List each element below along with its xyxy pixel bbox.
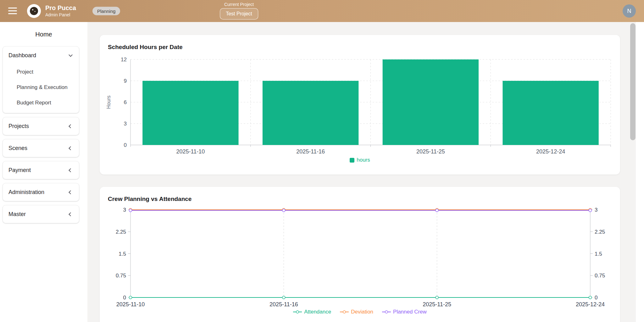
sidebar-item-dashboard[interactable]: Dashboard (3, 47, 79, 64)
chevron-left-icon (69, 190, 73, 194)
x-tick-label: 2025-11-10 (176, 148, 205, 155)
y-tick-label: 3 (124, 121, 127, 127)
scrollbar-thumb[interactable] (630, 23, 636, 140)
line-chart-legend: AttendanceDeviationPlanned Crew (100, 309, 620, 315)
sidebar-item-administration[interactable]: Administration (3, 183, 79, 201)
crew-planning-chart[interactable]: 000.750.751.51.52.252.25332025-11-102025… (100, 205, 620, 309)
sidebar-section-projects: Projects (3, 117, 79, 135)
sidebar-subitem-budget-report[interactable]: Budget Report (3, 95, 79, 110)
sidebar-item-label: Administration (8, 189, 44, 196)
sidebar: Home Dashboard Project Planning & Execut… (0, 22, 87, 322)
app-name: Pro Pucca (45, 4, 76, 12)
x-tick-label: 2025-11-16 (296, 148, 325, 155)
sidebar-home[interactable]: Home (0, 31, 87, 38)
chevron-left-icon (69, 168, 73, 172)
app-subtitle: Admin Panel (45, 12, 76, 17)
x-tick-label: 2025-12-24 (536, 148, 565, 155)
y-tick-label-left: 2.25 (116, 229, 126, 235)
scheduled-hours-chart[interactable]: 036912Hours2025-11-102025-11-162025-11-2… (100, 53, 620, 157)
sidebar-subitem-project[interactable]: Project (3, 64, 79, 80)
x-tick-label: 2025-12-24 (576, 301, 605, 308)
legend-marker (382, 310, 391, 314)
legend-item-Planned Crew[interactable]: Planned Crew (382, 309, 427, 315)
y-tick-label: 0 (124, 142, 127, 148)
user-avatar[interactable]: N (623, 4, 636, 18)
y-tick-label-left: 1.5 (119, 251, 126, 257)
bar-2025-11-16[interactable] (263, 81, 358, 145)
menu-icon[interactable] (8, 8, 18, 14)
legend-label: Planned Crew (393, 309, 427, 315)
y-tick-label-left: 0 (123, 295, 126, 301)
legend-item-Attendance[interactable]: Attendance (293, 309, 331, 315)
series-marker-Attendance[interactable] (436, 296, 438, 299)
legend-item-hours[interactable]: hours (350, 157, 370, 163)
y-tick-label: 6 (124, 99, 127, 105)
x-tick-label: 2025-11-25 (416, 148, 445, 155)
app-title-block: Pro Pucca Admin Panel (45, 4, 76, 17)
crew-planning-title: Crew Planning vs Attendance (100, 187, 620, 203)
series-marker-Planned Crew[interactable] (282, 209, 285, 212)
sidebar-item-label: Projects (8, 123, 29, 130)
legend-label: Attendance (304, 309, 331, 315)
chevron-left-icon (69, 146, 73, 150)
sidebar-item-label: Master (8, 211, 26, 218)
top-header: Pro Pucca Admin Panel Planning Current P… (0, 0, 644, 22)
series-marker-Planned Crew[interactable] (589, 209, 592, 212)
sidebar-section-dashboard: Dashboard Project Planning & Execution B… (3, 46, 79, 113)
sidebar-item-label: Payment (8, 167, 31, 174)
app-logo (27, 4, 41, 18)
legend-label: Deviation (351, 309, 373, 315)
dashboard-submenu: Project Planning & Execution Budget Repo… (3, 64, 79, 113)
bar-2025-11-10[interactable] (142, 81, 238, 145)
sidebar-section-administration: Administration (3, 183, 79, 201)
sidebar-subitem-planning-execution[interactable]: Planning & Execution (3, 80, 79, 95)
y-axis-title: Hours (106, 96, 111, 109)
main-content: Scheduled Hours per Date 036912Hours2025… (87, 22, 636, 322)
chevron-left-icon (69, 124, 73, 128)
y-tick-label-right: 2.25 (595, 229, 605, 235)
legend-label: hours (357, 157, 370, 163)
bar-2025-11-25[interactable] (383, 59, 479, 145)
x-tick-label: 2025-11-10 (116, 301, 145, 308)
sidebar-section-master: Master (3, 205, 79, 223)
chevron-left-icon (69, 212, 73, 216)
series-marker-Planned Crew[interactable] (129, 209, 132, 212)
current-project-button[interactable]: Test Project (220, 8, 258, 19)
sidebar-item-payment[interactable]: Payment (3, 161, 79, 179)
y-tick-label-right: 0 (595, 295, 597, 301)
sidebar-item-label: Scenes (8, 145, 27, 152)
bar-chart-legend: hours (100, 157, 620, 163)
crew-planning-card: Crew Planning vs Attendance 000.750.751.… (100, 187, 620, 322)
scheduled-hours-card: Scheduled Hours per Date 036912Hours2025… (100, 35, 620, 175)
sidebar-section-payment: Payment (3, 161, 79, 179)
sidebar-item-master[interactable]: Master (3, 205, 79, 223)
y-tick-label-right: 3 (595, 207, 597, 213)
legend-marker (340, 310, 349, 314)
chevron-down-icon (69, 53, 73, 57)
bar-2025-12-24[interactable] (502, 81, 598, 145)
y-tick-label-right: 0.75 (595, 273, 605, 279)
y-tick-label: 12 (121, 57, 127, 63)
series-marker-Attendance[interactable] (589, 296, 592, 299)
series-marker-Attendance[interactable] (282, 296, 285, 299)
scheduled-hours-title: Scheduled Hours per Date (100, 35, 620, 51)
current-project-label: Current Project (224, 2, 254, 7)
sidebar-item-projects[interactable]: Projects (3, 117, 79, 135)
sidebar-section-scenes: Scenes (3, 139, 79, 157)
scroll-gutter (636, 22, 644, 322)
y-tick-label-left: 3 (123, 207, 126, 213)
series-marker-Attendance[interactable] (129, 296, 132, 299)
current-project-group: Current Project Test Project (220, 0, 258, 22)
series-marker-Planned Crew[interactable] (436, 209, 438, 212)
x-tick-label: 2025-11-16 (269, 301, 298, 308)
y-tick-label-left: 0.75 (116, 273, 126, 279)
y-tick-label-right: 1.5 (595, 251, 602, 257)
sidebar-item-scenes[interactable]: Scenes (3, 139, 79, 157)
legend-item-Deviation[interactable]: Deviation (340, 309, 373, 315)
app-logo-emblem (30, 7, 38, 15)
legend-marker (350, 158, 354, 163)
x-tick-label: 2025-11-25 (423, 301, 451, 308)
sidebar-item-label: Dashboard (8, 52, 36, 59)
legend-marker (293, 310, 302, 314)
y-tick-label: 9 (124, 78, 127, 84)
